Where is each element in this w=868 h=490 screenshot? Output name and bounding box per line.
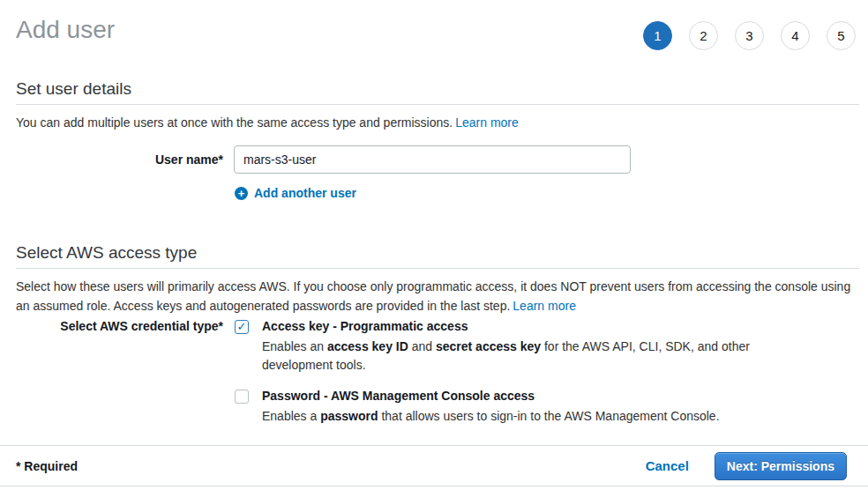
wizard-footer: * Required Cancel Next: Permissions [0,445,868,486]
wizard-step-indicator: 1 2 3 4 5 [643,21,856,50]
user-details-description-text: You can add multiple users at once with … [16,115,453,130]
password-option: Password - AWS Management Console access… [235,388,756,426]
add-another-user-button[interactable]: + Add another user [235,186,356,200]
access-key-checkbox[interactable]: ✓ [235,320,249,334]
credential-type-row: Select AWS credential type* ✓ Access key… [16,318,859,426]
access-key-option: ✓ Access key - Programmatic access Enabl… [235,318,756,375]
user-details-description: You can add multiple users at once with … [16,113,859,132]
add-another-user-label: Add another user [254,186,356,200]
access-type-description: Select how these users will primarily ac… [16,277,859,316]
section-access-type: Select AWS access type Select how these … [16,243,859,316]
section-user-details: Set user details You can add multiple us… [16,79,859,132]
page-title: Add user [16,16,115,44]
step-4-indicator: 4 [781,21,810,50]
credential-options: ✓ Access key - Programmatic access Enabl… [235,318,756,426]
step-1-indicator: 1 [643,21,672,50]
step-5-indicator: 5 [827,21,856,50]
required-note: * Required [16,459,646,473]
next-permissions-button[interactable]: Next: Permissions [715,452,847,480]
user-details-heading: Set user details [16,79,859,105]
plus-circle-icon: + [235,187,248,200]
user-name-row: User name* [16,145,631,174]
learn-more-link-user-details[interactable]: Learn more [455,115,519,130]
password-option-title: Password - AWS Management Console access [262,388,720,404]
user-name-label: User name* [16,145,223,174]
step-3-indicator: 3 [735,21,764,50]
access-key-option-title: Access key - Programmatic access [262,318,756,334]
access-type-description-text: Select how these users will primarily ac… [16,279,850,313]
credential-type-label: Select AWS credential type* [16,318,223,426]
access-type-heading: Select AWS access type [16,243,859,269]
password-option-text: Password - AWS Management Console access… [262,388,720,426]
access-key-option-text: Access key - Programmatic access Enables… [262,318,756,375]
learn-more-link-access-type[interactable]: Learn more [513,299,576,313]
cancel-button[interactable]: Cancel [646,458,689,473]
password-checkbox[interactable] [235,390,249,404]
access-key-option-description: Enables an access key ID and secret acce… [262,338,756,375]
password-option-description: Enables a password that allows users to … [262,407,720,426]
step-2-indicator: 2 [689,21,718,50]
user-name-input[interactable] [234,145,631,174]
